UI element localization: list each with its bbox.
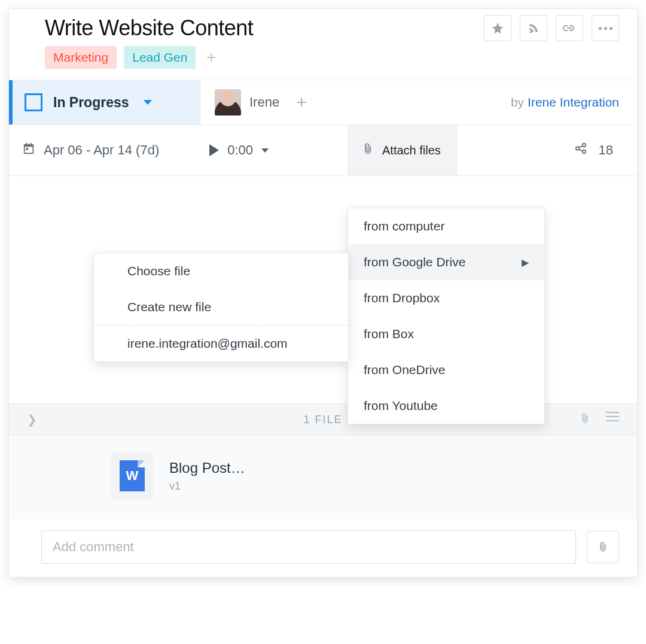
timer-caret-icon — [261, 148, 269, 153]
comment-row — [9, 520, 637, 577]
task-card: Write Website Content Marketing Lead Gen… — [8, 8, 638, 578]
status-cell[interactable]: In Progress — [9, 80, 200, 124]
word-doc-icon: W — [120, 460, 145, 491]
status-label: In Progress — [53, 95, 129, 111]
more-icon[interactable] — [592, 15, 619, 41]
assignee-avatar[interactable] — [215, 89, 241, 116]
assignee-cell: Irene + — [200, 80, 321, 124]
task-title[interactable]: Write Website Content — [45, 16, 253, 41]
timer-value: 0:00 — [227, 142, 253, 158]
tag-marketing[interactable]: Marketing — [45, 46, 117, 69]
file-attach-icon[interactable] — [580, 412, 590, 428]
file-version: v1 — [169, 480, 245, 493]
attach-option-onedrive[interactable]: from OneDrive — [348, 352, 544, 388]
header: Write Website Content — [9, 9, 637, 42]
paperclip-icon — [362, 142, 374, 159]
attach-option-youtube[interactable]: from Youtube — [348, 388, 544, 424]
star-icon[interactable] — [484, 15, 511, 41]
svg-line-4 — [578, 149, 582, 151]
attach-option-dropbox[interactable]: from Dropbox — [348, 280, 544, 316]
complete-checkbox[interactable] — [25, 93, 42, 111]
link-icon[interactable] — [556, 15, 583, 41]
add-assignee-button[interactable]: + — [296, 92, 307, 113]
google-drive-submenu: Choose file Create new file irene.integr… — [93, 253, 349, 362]
attach-menu: from computer from Google Drive ▶ from D… — [348, 208, 545, 424]
author-prefix: by — [511, 95, 524, 110]
tag-lead-gen[interactable]: Lead Gen — [124, 46, 196, 69]
gd-choose-file[interactable]: Choose file — [94, 253, 348, 289]
attach-option-box[interactable]: from Box — [348, 316, 544, 352]
attach-option-computer[interactable]: from computer — [348, 208, 544, 244]
meta-bar: Apr 06 - Apr 14 (7d) 0:00 Attach files 1… — [9, 124, 637, 176]
expand-chevron-icon[interactable]: ❯ — [27, 412, 37, 427]
assignee-name: Irene — [249, 95, 279, 110]
date-range[interactable]: Apr 06 - Apr 14 (7d) — [9, 142, 172, 159]
gd-account-email[interactable]: irene.integration@gmail.com — [94, 326, 348, 362]
share-icon — [574, 142, 588, 159]
tags-row: Marketing Lead Gen + — [9, 42, 637, 80]
svg-line-3 — [578, 145, 582, 147]
play-icon — [209, 144, 219, 156]
calendar-icon — [22, 142, 35, 159]
attach-option-google-drive[interactable]: from Google Drive ▶ — [348, 244, 544, 280]
gd-create-new-file[interactable]: Create new file — [94, 289, 348, 325]
timer[interactable]: 0:00 — [196, 142, 282, 158]
author-cell: by Irene Integration — [493, 80, 637, 124]
attach-files-button[interactable]: Attach files — [348, 125, 458, 175]
attach-label: Attach files — [382, 144, 441, 157]
file-name: Blog Post… — [169, 460, 245, 476]
file-count-label: 1 FILE — [303, 414, 342, 426]
chevron-right-icon: ▶ — [522, 257, 529, 268]
rss-icon[interactable] — [520, 15, 547, 41]
file-thumbnail: W — [111, 452, 154, 499]
share-count-value: 18 — [599, 142, 613, 158]
attach-option-gd-label: from Google Drive — [364, 255, 465, 269]
status-caret-icon[interactable] — [144, 100, 152, 105]
author-link[interactable]: Irene Integration — [528, 95, 619, 110]
svg-point-1 — [582, 144, 586, 147]
add-tag-button[interactable]: + — [203, 49, 220, 66]
status-bar: In Progress Irene + by Irene Integration — [9, 80, 637, 124]
svg-point-2 — [582, 150, 586, 154]
date-range-text: Apr 06 - Apr 14 (7d) — [44, 142, 159, 158]
share-count[interactable]: 18 — [574, 142, 637, 159]
file-list-view-icon[interactable] — [606, 412, 619, 428]
comment-attach-button[interactable] — [587, 531, 619, 563]
svg-point-0 — [575, 147, 579, 150]
header-actions — [484, 15, 619, 41]
file-item[interactable]: W Blog Post… v1 — [9, 436, 637, 520]
file-meta: Blog Post… v1 — [169, 460, 245, 493]
comment-input[interactable] — [41, 530, 576, 564]
